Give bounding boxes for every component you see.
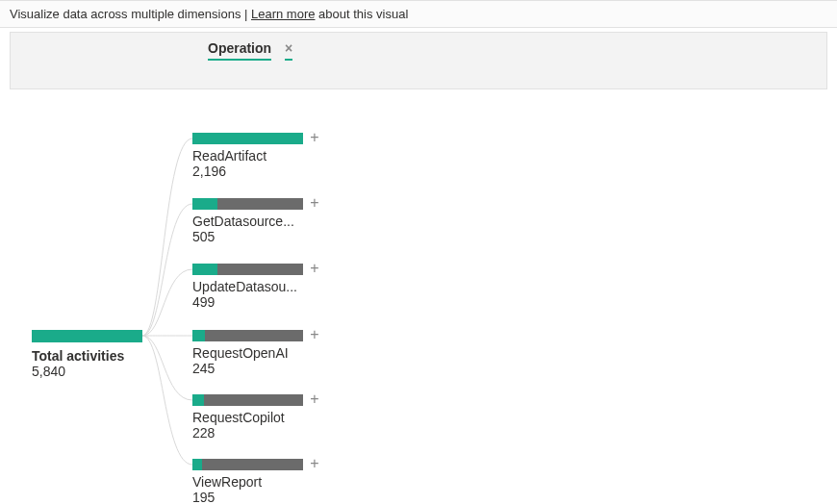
node-bar — [192, 330, 303, 341]
node-value: 228 — [192, 425, 346, 441]
node-label: UpdateDatasou... — [192, 279, 317, 294]
node-label: RequestOpenAI — [192, 345, 317, 361]
tree-node[interactable]: + UpdateDatasou... 499 — [192, 264, 346, 310]
tree-node[interactable]: + GetDatasource... 505 — [192, 198, 346, 244]
tree-node[interactable]: + ViewReport 195 — [192, 459, 346, 504]
expand-icon[interactable]: + — [308, 129, 321, 146]
node-label: GetDatasource... — [192, 214, 317, 229]
tree-node[interactable]: + RequestCopilot 228 — [192, 394, 346, 441]
decomposition-tree: Total activities 5,840 + ReadArtifact 2,… — [0, 128, 837, 504]
node-bar — [192, 198, 303, 210]
expand-icon[interactable]: + — [308, 194, 321, 212]
tree-connectors — [0, 128, 837, 504]
node-bar — [192, 459, 303, 470]
node-value: 499 — [192, 294, 346, 310]
root-label: Total activities — [32, 348, 142, 364]
tree-node[interactable]: + RequestOpenAI 245 — [192, 330, 346, 376]
banner-separator: | — [241, 7, 251, 21]
node-bar — [192, 394, 303, 406]
root-node[interactable]: Total activities 5,840 — [32, 330, 142, 379]
dimension-chip[interactable]: Operation × — [208, 40, 292, 61]
close-icon[interactable]: × — [285, 40, 292, 61]
node-bar — [192, 264, 303, 275]
node-label: ReadArtifact — [192, 148, 317, 164]
banner-text-after: about this visual — [315, 7, 408, 21]
node-value: 245 — [192, 361, 346, 376]
dimension-chip-label: Operation — [208, 40, 271, 61]
node-value: 195 — [192, 490, 346, 504]
node-value: 2,196 — [192, 164, 346, 179]
root-bar — [32, 330, 142, 342]
banner-text-before: Visualize data across multiple dimension… — [10, 7, 241, 21]
expand-icon[interactable]: + — [308, 260, 321, 277]
expand-icon[interactable]: + — [308, 455, 321, 472]
node-value: 505 — [192, 229, 346, 244]
node-bar — [192, 133, 303, 144]
node-label: ViewReport — [192, 474, 317, 490]
root-value: 5,840 — [32, 364, 142, 379]
tree-node[interactable]: + ReadArtifact 2,196 — [192, 133, 346, 179]
node-label: RequestCopilot — [192, 410, 317, 425]
dimension-header: Operation × — [10, 32, 827, 89]
info-banner: Visualize data across multiple dimension… — [0, 0, 837, 28]
expand-icon[interactable]: + — [308, 326, 321, 343]
expand-icon[interactable]: + — [308, 391, 321, 408]
learn-more-link[interactable]: Learn more — [251, 7, 315, 21]
